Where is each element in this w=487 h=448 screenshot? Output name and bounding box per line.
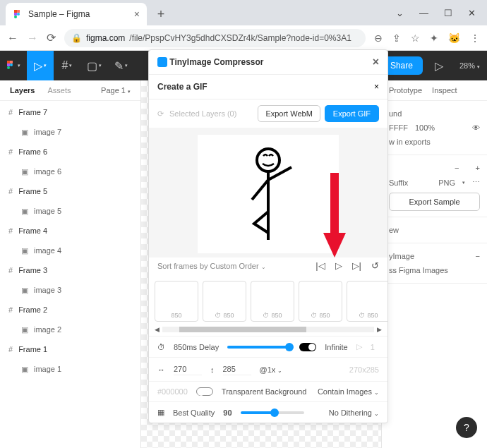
pen-tool-icon[interactable]: ✎▾ (107, 51, 134, 80)
layer-frame[interactable]: #Frame 6 (0, 142, 140, 162)
transparent-toggle[interactable] (196, 387, 213, 396)
prototype-tab[interactable]: Prototype (389, 86, 422, 95)
delay-value[interactable]: 850ms Delay (174, 343, 219, 351)
format-select[interactable]: PNG (438, 178, 455, 187)
sort-selector[interactable]: Sort frames by Custom Order ⌄ (157, 262, 266, 270)
layer-image[interactable]: ▣image 5 (0, 201, 140, 221)
collapse-icon[interactable]: − (476, 252, 480, 260)
layer-image[interactable]: ▣image 1 (0, 359, 140, 379)
export-gif-button[interactable]: Export GIF (325, 105, 379, 122)
contain-select[interactable]: Contain Images ⌄ (318, 387, 379, 396)
layer-frame[interactable]: #Frame 1 (0, 339, 140, 359)
move-tool-icon[interactable]: ▷▾ (27, 51, 54, 80)
zoom-icon[interactable]: ⊖ (374, 32, 383, 44)
refresh-icon[interactable]: ⟳ (157, 109, 164, 119)
plus-icon[interactable]: + (476, 164, 480, 172)
layer-image[interactable]: ▣image 2 (0, 320, 140, 339)
layer-image[interactable]: ▣image 7 (0, 122, 140, 142)
svg-rect-4 (14, 16, 17, 18)
zoom-level[interactable]: 28% ▾ (452, 61, 487, 70)
quality-icon: ▦ (157, 408, 164, 417)
next-frame-icon[interactable]: ▷| (352, 260, 361, 271)
layer-image[interactable]: ▣image 3 (0, 280, 140, 300)
plugin-close-icon[interactable]: × (373, 56, 379, 68)
shape-tool-icon[interactable]: ▢▾ (80, 51, 107, 80)
maximize-icon[interactable]: ☐ (444, 8, 452, 18)
plugin-window: TinyImage Compressor × Create a GIF × ⟳ … (148, 49, 388, 423)
frame-icon: # (8, 266, 13, 274)
minimize-icon[interactable]: — (419, 8, 428, 18)
sub-close-icon[interactable]: × (374, 82, 379, 92)
inspect-tab[interactable]: Inspect (432, 86, 457, 95)
infinite-toggle[interactable] (299, 343, 316, 351)
width-input[interactable] (174, 363, 202, 375)
frame-thumbnails: 850 ⏱ 850 ⏱ 850 ⏱ 850 ⏱ 850 ⏱ (149, 277, 387, 326)
page-selector[interactable]: Page 1 ▾ (101, 86, 131, 95)
quality-value: 90 (223, 408, 232, 417)
url-host: figma.com (86, 33, 125, 43)
prev-frame-icon[interactable]: |◁ (315, 260, 325, 271)
quality-slider[interactable] (241, 411, 304, 414)
thumbnail[interactable]: ⏱ 850 (299, 281, 342, 322)
compress-label[interactable]: ss Figma Images (389, 266, 448, 274)
layer-label: image 6 (34, 167, 61, 176)
assets-tab[interactable]: Assets (47, 86, 71, 95)
figma-menu-icon[interactable]: ▾ (0, 51, 27, 80)
reload-icon[interactable]: ⟳ (47, 31, 56, 44)
scale-select[interactable]: @1x ⌄ (260, 365, 283, 374)
bookmark-icon[interactable]: ☆ (411, 32, 420, 44)
loop-icon[interactable]: ↺ (371, 260, 379, 271)
thumbnail-scrollbar[interactable]: ◀ ▶ (149, 326, 387, 336)
share-url-icon[interactable]: ⇪ (392, 32, 401, 44)
more-icon[interactable]: ⋯ (472, 178, 480, 187)
thumbnail[interactable]: ⏱ 850 (203, 281, 246, 322)
dithering-select[interactable]: No Dithering ⌄ (329, 408, 379, 417)
new-tab-button[interactable]: + (151, 4, 171, 24)
thumbnail[interactable]: ⏱ 850 (251, 281, 294, 322)
profile-icon[interactable]: 🐱 (448, 32, 460, 44)
layer-frame[interactable]: #Frame 3 (0, 260, 140, 280)
layer-frame[interactable]: #Frame 2 (0, 300, 140, 320)
timer-icon: ⏱ (157, 343, 165, 351)
background-label: und (389, 109, 402, 118)
frame-tool-icon[interactable]: #▾ (54, 51, 80, 80)
bg-hex-input[interactable]: #000000 (157, 387, 188, 396)
minus-icon[interactable]: − (455, 164, 459, 172)
preview-label: ew (389, 226, 399, 234)
scroll-left-icon[interactable]: ◀ (155, 326, 160, 333)
play-icon[interactable]: ▷ (335, 260, 342, 271)
layer-label: Frame 4 (18, 226, 47, 235)
menu-icon[interactable]: ⋮ (470, 32, 480, 44)
help-button[interactable]: ? (456, 417, 477, 438)
layer-frame[interactable]: #Frame 4 (0, 221, 140, 241)
height-input[interactable] (223, 363, 251, 375)
url-input[interactable]: 🔒 figma.com/file/PpspCvHY3g5dhdCXSDZr4k/… (64, 29, 366, 47)
extensions-icon[interactable]: ✦ (430, 32, 438, 44)
scroll-right-icon[interactable]: ▶ (377, 326, 382, 333)
browser-tab[interactable]: Sample – Figma × (6, 3, 147, 25)
chevron-down-icon[interactable]: ⌄ (396, 8, 404, 18)
thumbnail[interactable]: ⏱ 850 (347, 281, 387, 322)
export-button[interactable]: Export Sample (389, 193, 480, 211)
svg-rect-9 (7, 66, 10, 69)
image-icon: ▣ (21, 128, 28, 137)
present-icon[interactable]: ▷ (426, 51, 452, 80)
export-webm-button[interactable]: Export WebM (258, 105, 320, 122)
layers-tab[interactable]: Layers (10, 86, 35, 95)
layer-image[interactable]: ▣image 6 (0, 162, 140, 181)
layer-frame[interactable]: #Frame 5 (0, 181, 140, 201)
bg-hex[interactable]: FFFF (389, 123, 408, 132)
eye-icon[interactable]: 👁 (472, 123, 480, 132)
layer-frame[interactable]: #Frame 7 (0, 102, 140, 122)
plugin-title: TinyImage Compressor (169, 57, 263, 67)
layer-image[interactable]: ▣image 4 (0, 241, 140, 260)
delay-slider[interactable] (227, 346, 291, 349)
frame-icon: # (8, 147, 13, 156)
layer-label: image 2 (34, 325, 61, 334)
tab-close-icon[interactable]: × (134, 8, 140, 20)
bg-opacity[interactable]: 100% (415, 123, 435, 132)
close-window-icon[interactable]: ✕ (468, 8, 476, 18)
thumbnail[interactable]: 850 (155, 281, 198, 322)
back-icon[interactable]: ← (7, 32, 18, 44)
show-in-exports[interactable]: w in exports (389, 138, 431, 146)
